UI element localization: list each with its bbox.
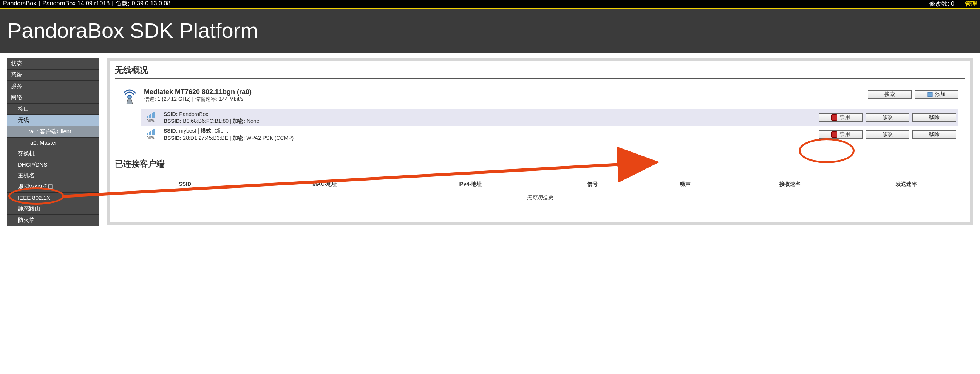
signal-strength: 90%: [143, 112, 158, 123]
sidebar-item-2[interactable]: 服务: [7, 80, 99, 92]
sidebar-item-4[interactable]: 接口: [7, 103, 99, 115]
wireless-overview-title: 无线概况: [115, 63, 965, 79]
network-info: SSID: mybest | 模式: Client BSSID: 28:D1:2…: [164, 127, 813, 141]
sidebar-item-9[interactable]: DHCP/DNS: [7, 159, 99, 170]
status-bar: PandoraBox | PandoraBox 14.09 r1018 | 负载…: [0, 0, 980, 9]
wireless-network-row: 90% SSID: PandoraBox BSSID: B0:68:B6:FC:…: [141, 109, 958, 126]
sidebar-nav: 状态系统服务网络接口无线ra0: 客户端Clientra0: Master交换机…: [7, 58, 99, 226]
table-column-header: MAC-地址: [255, 181, 395, 188]
sidebar-item-8[interactable]: 交换机: [7, 148, 99, 159]
wireless-network-row: 90% SSID: mybest | 模式: Client BSSID: 28:…: [141, 126, 958, 142]
device-name: Mediatek MT7620 802.11bgn (ra0): [144, 88, 862, 96]
add-button[interactable]: 添加: [915, 90, 958, 99]
sidebar-item-6[interactable]: ra0: 客户端Client: [7, 126, 99, 137]
network-info: SSID: PandoraBox BSSID: B0:68:B6:FC:B1:8…: [164, 111, 813, 124]
disable-button[interactable]: 禁用: [819, 131, 862, 138]
remove-button[interactable]: 移除: [912, 113, 956, 122]
sidebar-item-3[interactable]: 网络: [7, 92, 99, 103]
remove-button[interactable]: 移除: [912, 131, 956, 138]
svg-rect-1: [928, 92, 932, 97]
connected-clients-title: 已连接客户端: [115, 157, 965, 172]
sidebar-item-7[interactable]: ra0: Master: [7, 137, 99, 148]
table-column-header: 噪声: [639, 181, 732, 188]
table-empty-message: 无可用信息: [115, 191, 964, 207]
table-column-header: 接收速率: [732, 181, 848, 188]
search-button[interactable]: 搜索: [868, 90, 912, 99]
connected-clients-table: SSIDMAC-地址IPv4-地址信号噪声接收速率发送速率 无可用信息: [115, 178, 965, 207]
table-column-header: 发送速率: [848, 181, 964, 188]
sidebar-item-11[interactable]: 虚拟WAN接口: [7, 181, 99, 192]
sidebar-item-14[interactable]: 防火墙: [7, 214, 99, 226]
device-details: 信道: 1 (2.412 GHz) | 传输速率: 144 Mbit/s: [144, 96, 862, 103]
signal-bars-icon: [143, 129, 158, 135]
sidebar-item-5[interactable]: 无线: [7, 115, 99, 126]
add-icon: [928, 92, 933, 97]
disable-button[interactable]: 禁用: [819, 113, 862, 122]
changes-indicator[interactable]: 修改数: 0: [929, 0, 954, 8]
load-values: 0.39 0.13 0.08: [132, 0, 170, 8]
signal-strength: 90%: [143, 129, 158, 140]
table-column-header: SSID: [115, 181, 255, 188]
admin-link[interactable]: 管理: [965, 0, 977, 8]
sidebar-item-10[interactable]: 主机名: [7, 170, 99, 181]
table-column-header: IPv4-地址: [395, 181, 546, 188]
table-header: SSIDMAC-地址IPv4-地址信号噪声接收速率发送速率: [115, 178, 964, 191]
firmware-version: PandoraBox 14.09 r1018: [42, 0, 110, 8]
sidebar-item-0[interactable]: 状态: [7, 58, 99, 69]
edit-button[interactable]: 修改: [865, 113, 909, 122]
load-label: 负载:: [116, 0, 129, 8]
main-panel: 无线概况 Mediatek MT7620 802.11bgn (ra0) 信道:: [107, 58, 973, 225]
product-name: PandoraBox: [3, 0, 36, 8]
edit-button[interactable]: 修改: [865, 131, 909, 138]
page-title: PandoraBox SDK Platform: [8, 18, 972, 43]
signal-bars-icon: [143, 112, 158, 118]
table-column-header: 信号: [546, 181, 638, 188]
wifi-antenna-icon: [121, 88, 138, 105]
page-banner: PandoraBox SDK Platform: [0, 9, 980, 53]
sidebar-item-1[interactable]: 系统: [7, 69, 99, 80]
sidebar-item-12[interactable]: IEEE 802.1X: [7, 192, 99, 203]
sidebar-item-13[interactable]: 静态路由: [7, 203, 99, 214]
wireless-device-card: Mediatek MT7620 802.11bgn (ra0) 信道: 1 (2…: [115, 84, 965, 148]
